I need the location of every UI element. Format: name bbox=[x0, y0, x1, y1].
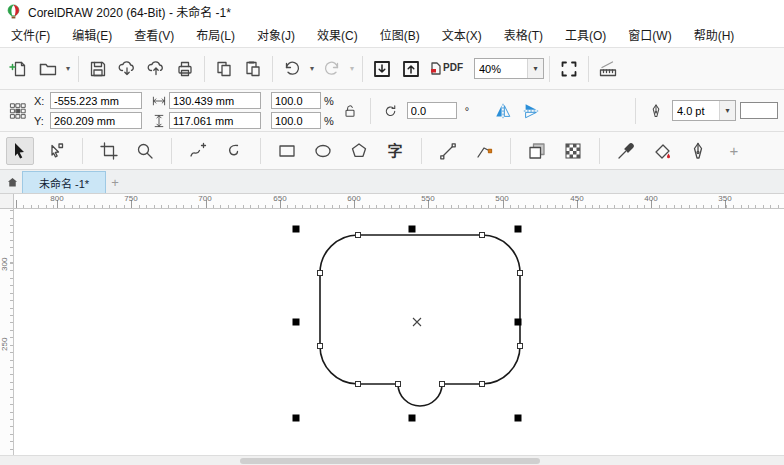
y-position-input[interactable] bbox=[50, 112, 142, 129]
smart-fill-tool[interactable] bbox=[648, 137, 676, 165]
drop-shadow-tool[interactable] bbox=[523, 137, 551, 165]
x-position-input[interactable] bbox=[50, 92, 142, 109]
text-tool[interactable]: 字 bbox=[381, 137, 409, 165]
outline-tool[interactable] bbox=[684, 137, 712, 165]
redo-dropdown-arrow-icon[interactable]: ▾ bbox=[347, 64, 357, 73]
menu-bitmaps[interactable]: 位图(B) bbox=[369, 22, 431, 47]
scale-v-input[interactable] bbox=[271, 112, 321, 129]
save-button[interactable] bbox=[84, 55, 112, 83]
curve-node[interactable] bbox=[396, 382, 401, 387]
cloud-upload-button[interactable] bbox=[142, 55, 170, 83]
curve-node[interactable] bbox=[440, 382, 445, 387]
polyline-tool[interactable] bbox=[470, 137, 498, 165]
menu-table[interactable]: 表格(T) bbox=[493, 22, 554, 47]
outline-width-input[interactable] bbox=[673, 101, 719, 120]
ruler-origin-box[interactable] bbox=[0, 194, 14, 209]
zoom-tool[interactable] bbox=[131, 137, 159, 165]
selection-handle[interactable] bbox=[409, 226, 416, 233]
selection-handle[interactable] bbox=[515, 415, 522, 422]
outline-color-swatch[interactable] bbox=[740, 102, 778, 119]
selection-handle[interactable] bbox=[293, 226, 300, 233]
object-height-input[interactable] bbox=[169, 112, 261, 129]
zoom-level-combo[interactable]: ▾ bbox=[474, 58, 544, 79]
horizontal-ruler[interactable]: 800 750 700 650 600 550 500 450 400 350 bbox=[0, 194, 784, 209]
object-position-button[interactable] bbox=[6, 97, 30, 125]
transparency-tool[interactable] bbox=[559, 137, 587, 165]
lock-ratio-button[interactable] bbox=[338, 97, 362, 125]
ellipse-tool[interactable] bbox=[309, 137, 337, 165]
rotation-angle-input[interactable] bbox=[407, 102, 457, 119]
open-dropdown-arrow-icon[interactable]: ▾ bbox=[63, 64, 73, 73]
menu-edit[interactable]: 编辑(E) bbox=[61, 22, 123, 47]
document-tab-active[interactable]: 未命名 -1* bbox=[22, 171, 106, 193]
polygon-icon bbox=[349, 141, 369, 161]
open-document-button[interactable] bbox=[34, 55, 62, 83]
curve-node[interactable] bbox=[318, 271, 323, 276]
mirror-vertical-button[interactable] bbox=[519, 97, 543, 125]
selection-handle[interactable] bbox=[293, 319, 300, 326]
rectangle-tool[interactable] bbox=[273, 137, 301, 165]
curve-node[interactable] bbox=[480, 382, 485, 387]
undo-dropdown-arrow-icon[interactable]: ▾ bbox=[307, 64, 317, 73]
menu-view[interactable]: 查看(V) bbox=[123, 22, 185, 47]
crop-tool[interactable] bbox=[95, 137, 123, 165]
cloud-download-button[interactable] bbox=[113, 55, 141, 83]
object-width-icon bbox=[152, 94, 166, 108]
polygon-tool[interactable] bbox=[345, 137, 373, 165]
menu-tools[interactable]: 工具(O) bbox=[554, 22, 617, 47]
outline-pen-button bbox=[644, 97, 668, 125]
paste-button[interactable] bbox=[239, 55, 267, 83]
eyedropper-tool[interactable] bbox=[612, 137, 640, 165]
zoom-dropdown-arrow-icon[interactable]: ▾ bbox=[527, 59, 543, 78]
curve-node[interactable] bbox=[518, 344, 523, 349]
degree-label: ° bbox=[465, 105, 469, 117]
curve-node[interactable] bbox=[480, 233, 485, 238]
selection-handle[interactable] bbox=[293, 415, 300, 422]
menu-layout[interactable]: 布局(L) bbox=[185, 22, 246, 47]
zoom-level-input[interactable] bbox=[475, 59, 527, 78]
pick-tool[interactable] bbox=[6, 137, 34, 165]
vertical-ruler[interactable]: 300 250 bbox=[0, 209, 14, 455]
scale-h-input[interactable] bbox=[271, 92, 321, 109]
curve-node[interactable] bbox=[356, 233, 361, 238]
mirror-horizontal-button[interactable] bbox=[491, 97, 515, 125]
menu-text[interactable]: 文本(X) bbox=[431, 22, 493, 47]
menu-object[interactable]: 对象(J) bbox=[246, 22, 306, 47]
new-tab-button[interactable]: + bbox=[106, 172, 124, 193]
menu-help[interactable]: 帮助(H) bbox=[683, 22, 746, 47]
horizontal-scrollbar[interactable] bbox=[0, 455, 784, 465]
selection-handle[interactable] bbox=[409, 415, 416, 422]
standard-toolbar: ▾ bbox=[0, 48, 784, 90]
scrollbar-thumb[interactable] bbox=[240, 458, 540, 464]
freehand-tool[interactable] bbox=[184, 137, 212, 165]
export-button[interactable] bbox=[397, 55, 425, 83]
selection-handle[interactable] bbox=[515, 226, 522, 233]
outline-width-combo[interactable]: ▾ bbox=[672, 100, 736, 121]
curve-node[interactable] bbox=[356, 382, 361, 387]
cut-copy-button[interactable] bbox=[210, 55, 238, 83]
print-button[interactable] bbox=[171, 55, 199, 83]
outline-width-dropdown-icon[interactable]: ▾ bbox=[719, 101, 735, 120]
menu-file[interactable]: 文件(F) bbox=[0, 22, 61, 47]
publish-pdf-button[interactable]: PDF bbox=[426, 62, 467, 75]
object-width-input[interactable] bbox=[169, 92, 261, 109]
redo-button[interactable] bbox=[318, 55, 346, 83]
units-ruler-button[interactable] bbox=[594, 55, 622, 83]
line-tool[interactable] bbox=[434, 137, 462, 165]
welcome-screen-button[interactable] bbox=[2, 172, 22, 193]
curve-node[interactable] bbox=[318, 344, 323, 349]
selection-handle[interactable] bbox=[515, 319, 522, 326]
new-document-button[interactable] bbox=[5, 55, 33, 83]
drawing-canvas[interactable]: 300 250 bbox=[0, 209, 784, 455]
import-button[interactable] bbox=[368, 55, 396, 83]
fullscreen-preview-button[interactable] bbox=[555, 55, 583, 83]
add-tool-button[interactable]: + bbox=[720, 137, 748, 165]
shape-tool[interactable] bbox=[42, 137, 70, 165]
menu-effects[interactable]: 效果(C) bbox=[306, 22, 369, 47]
curve-node[interactable] bbox=[518, 271, 523, 276]
menu-window[interactable]: 窗口(W) bbox=[617, 22, 682, 47]
copy-icon bbox=[214, 59, 234, 79]
bezier-tool[interactable] bbox=[220, 137, 248, 165]
undo-button[interactable] bbox=[278, 55, 306, 83]
selected-shape[interactable] bbox=[320, 235, 520, 406]
